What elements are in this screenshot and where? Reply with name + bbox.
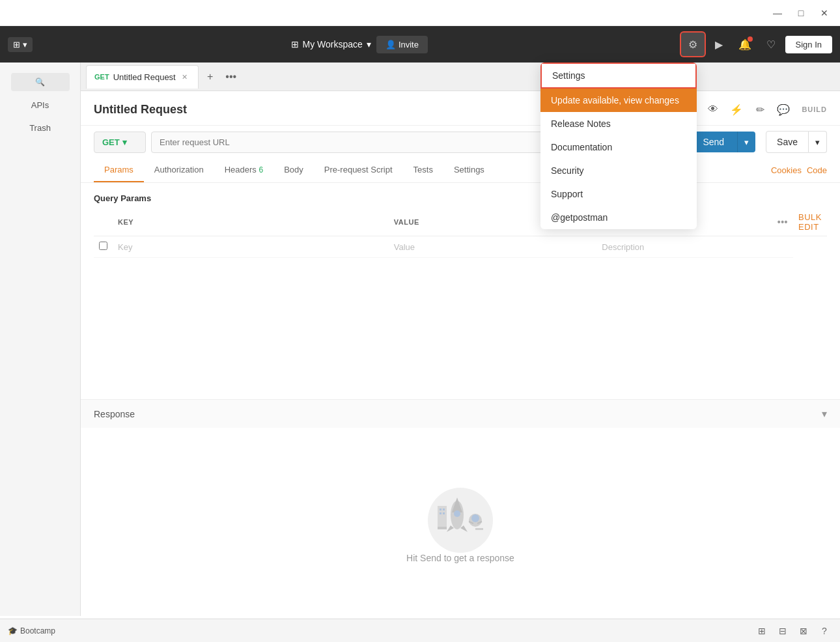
request-title: Untitled Request bbox=[94, 103, 187, 117]
notification-button[interactable]: 🔔 bbox=[733, 33, 757, 56]
bootcamp-icon: 🎓 bbox=[8, 626, 18, 635]
cookies-link[interactable]: Cookies bbox=[771, 165, 802, 175]
right-panel-icons: ▾ 👁 ⚡ ✏ 💬 BUILD bbox=[679, 99, 827, 120]
bottom-help-icon[interactable]: ? bbox=[817, 623, 832, 639]
tab-authorization[interactable]: Authorization bbox=[144, 158, 214, 182]
titlebar: — □ ✕ bbox=[0, 0, 840, 26]
bottom-right: ⊞ ⊟ ⊠ ? bbox=[754, 623, 832, 639]
response-label: Response bbox=[94, 409, 135, 419]
svg-rect-11 bbox=[440, 509, 441, 510]
send-dropdown-button[interactable]: ▾ bbox=[737, 132, 755, 152]
param-checkbox[interactable] bbox=[99, 242, 107, 250]
tab-body[interactable]: Body bbox=[273, 158, 314, 182]
save-button[interactable]: Save bbox=[766, 131, 809, 153]
content-area: GET Untitled Request ✕ + ••• Untitled Re… bbox=[81, 63, 840, 616]
svg-rect-10 bbox=[438, 506, 447, 527]
tab-headers[interactable]: Headers 6 bbox=[214, 158, 273, 182]
workspace-label: My Workspace bbox=[303, 39, 363, 49]
minimize-button[interactable]: — bbox=[767, 3, 788, 23]
maximize-button[interactable]: □ bbox=[791, 3, 811, 23]
svg-rect-14 bbox=[443, 512, 445, 514]
comment-icon[interactable]: 💬 bbox=[773, 99, 794, 120]
section-title: Query Params bbox=[94, 193, 827, 203]
empty-state-text: Hit Send to get a response bbox=[406, 553, 514, 563]
sidebar-item-apis[interactable]: APIs bbox=[11, 96, 70, 114]
save-btn-group: Save ▾ bbox=[766, 131, 827, 153]
table-options-icon[interactable]: ••• bbox=[777, 217, 788, 227]
bootcamp-item[interactable]: 🎓 Bootcamp bbox=[8, 626, 55, 635]
sliders-icon[interactable]: ⚡ bbox=[726, 99, 747, 120]
invite-icon: 👤 bbox=[385, 40, 396, 49]
query-params-section: Query Params KEY VALUE DESCRIPTION ••• B… bbox=[81, 183, 840, 263]
workspace-button[interactable]: ⊞ My Workspace ▾ bbox=[286, 36, 376, 52]
notification-badge bbox=[748, 36, 753, 42]
tab-close-button[interactable]: ✕ bbox=[180, 72, 190, 82]
dropdown-release-notes-item[interactable]: Release Notes bbox=[540, 112, 697, 135]
build-label: BUILD bbox=[802, 105, 827, 113]
grid-icon: ⊞ bbox=[13, 40, 20, 49]
row-description[interactable]: Description bbox=[596, 236, 772, 258]
sidebar: 🔍 APIs Trash bbox=[0, 63, 81, 616]
gear-icon: ⚙ bbox=[688, 38, 697, 51]
code-link[interactable]: Code bbox=[807, 165, 827, 175]
table-row: Key Value Description bbox=[94, 236, 827, 258]
sidebar-toggle[interactable]: ⊞ ▾ bbox=[8, 37, 33, 52]
row-checkbox[interactable] bbox=[94, 236, 113, 258]
signin-button[interactable]: Sign In bbox=[785, 36, 832, 53]
tab-prerequest[interactable]: Pre-request Script bbox=[314, 158, 403, 182]
params-table: KEY VALUE DESCRIPTION ••• Bulk Edit bbox=[94, 208, 827, 258]
svg-rect-13 bbox=[440, 512, 441, 514]
method-select[interactable]: GET ▾ bbox=[94, 132, 146, 153]
bottom-icon-2[interactable]: ⊟ bbox=[775, 623, 791, 639]
rocket-illustration bbox=[418, 481, 503, 553]
dropdown-documentation-item[interactable]: Documentation bbox=[540, 135, 697, 159]
response-section[interactable]: Response ▾ bbox=[81, 399, 840, 428]
request-header: Untitled Request ▾ 👁 ⚡ ✏ 💬 BUILD bbox=[81, 91, 840, 126]
empty-state: Hit Send to get a response bbox=[81, 428, 840, 616]
header-right: ⚙ ▶ 🔔 ♡ Sign In bbox=[681, 33, 832, 56]
svg-rect-15 bbox=[438, 527, 447, 529]
svg-rect-16 bbox=[475, 528, 483, 530]
sidebar-item-trash[interactable]: Trash bbox=[11, 119, 70, 137]
apis-label: APIs bbox=[31, 100, 49, 110]
tab-tests[interactable]: Tests bbox=[403, 158, 443, 182]
dropdown-update-item[interactable]: Update available, view changes bbox=[540, 89, 697, 112]
col-actions-header: ••• bbox=[772, 208, 793, 236]
row-key[interactable]: Key bbox=[113, 236, 389, 258]
send-button[interactable]: Send bbox=[690, 132, 737, 152]
edit-icon[interactable]: ✏ bbox=[749, 99, 770, 120]
heart-button[interactable]: ♡ bbox=[759, 33, 783, 56]
settings-gear-button[interactable]: ⚙ bbox=[681, 33, 705, 56]
invite-button[interactable]: 👤 Invite bbox=[376, 36, 428, 53]
save-dropdown-button[interactable]: ▾ bbox=[809, 131, 827, 153]
row-value[interactable]: Value bbox=[389, 236, 596, 258]
svg-point-3 bbox=[454, 510, 460, 517]
request-tab[interactable]: GET Untitled Request ✕ bbox=[86, 65, 199, 89]
sidebar-search[interactable]: 🔍 bbox=[11, 73, 70, 91]
bottom-icon-1[interactable]: ⊞ bbox=[754, 623, 770, 639]
dropdown-settings-item[interactable]: Settings bbox=[540, 63, 697, 89]
tab-name: Untitled Request bbox=[113, 72, 176, 82]
dropdown-support-item[interactable]: Support bbox=[540, 182, 697, 206]
search-icon: 🔍 bbox=[35, 77, 45, 87]
bottom-icon-3[interactable]: ⊠ bbox=[796, 623, 811, 639]
request-tabs: Params Authorization Headers 6 Body Pre-… bbox=[81, 158, 840, 183]
dropdown-social-item[interactable]: @getpostman bbox=[540, 206, 697, 229]
dropdown-menu: Settings Update available, view changes … bbox=[540, 63, 697, 229]
close-button[interactable]: ✕ bbox=[814, 3, 835, 23]
tab-settings[interactable]: Settings bbox=[443, 158, 495, 182]
dropdown-security-item[interactable]: Security bbox=[540, 159, 697, 182]
workspace-chevron-icon: ▾ bbox=[367, 39, 371, 49]
trash-label: Trash bbox=[29, 123, 51, 133]
main-layout: 🔍 APIs Trash GET Untitled Request ✕ + ••… bbox=[0, 63, 840, 616]
runner-button[interactable]: ▶ bbox=[707, 33, 731, 56]
tabs-more-button[interactable]: ••• bbox=[222, 68, 240, 86]
bulk-edit-button[interactable]: Bulk Edit bbox=[798, 212, 822, 232]
runner-icon: ▶ bbox=[715, 38, 723, 51]
new-tab-button[interactable]: + bbox=[201, 68, 219, 86]
tab-params[interactable]: Params bbox=[94, 158, 144, 182]
eye-icon[interactable]: 👁 bbox=[703, 99, 723, 120]
sidebar-toggle-arrow: ▾ bbox=[23, 40, 27, 49]
tabs-bar: GET Untitled Request ✕ + ••• bbox=[81, 63, 840, 91]
tab-method-badge: GET bbox=[94, 73, 109, 81]
